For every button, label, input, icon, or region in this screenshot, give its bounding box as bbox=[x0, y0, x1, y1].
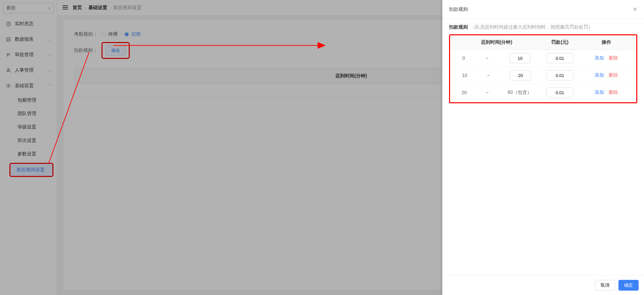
from-value: 20 bbox=[461, 90, 467, 95]
drawer-body: 扣款规则 （队员迟到时间超过最大迟到时间时，按照最高罚款处罚） 迟到时间(分钟)… bbox=[442, 19, 644, 275]
to-static: 60（包含） bbox=[508, 89, 532, 96]
tilde: ~ bbox=[487, 73, 490, 78]
col-operation: 操作 bbox=[577, 35, 636, 50]
rules-table: 迟到时间(分钟) 罚款(元) 操作 0 ~ bbox=[450, 35, 636, 101]
rules-table-highlight: 迟到时间(分钟) 罚款(元) 操作 0 ~ bbox=[449, 34, 637, 103]
deduct-rules-drawer: 扣款规则 ✕ 扣款规则 （队员迟到时间超过最大迟到时间时，按照最高罚款处罚） 迟… bbox=[442, 0, 644, 295]
rule-desc-note: （队员迟到时间超过最大迟到时间时，按照最高罚款处罚） bbox=[471, 24, 593, 30]
delete-link[interactable]: 删除 bbox=[609, 72, 618, 78]
fine-input[interactable] bbox=[547, 87, 573, 98]
add-link[interactable]: 添加 bbox=[595, 55, 604, 61]
to-input[interactable] bbox=[510, 70, 531, 80]
close-icon[interactable]: ✕ bbox=[633, 6, 637, 12]
from-value: 0 bbox=[462, 56, 465, 61]
add-link[interactable]: 添加 bbox=[595, 89, 604, 95]
from-value: 10 bbox=[462, 73, 468, 78]
to-input[interactable] bbox=[509, 53, 531, 63]
table-row: 10 ~ 添加 删除 bbox=[450, 67, 636, 84]
table-row: 20 ~ 60（包含） 添加 删除 bbox=[450, 84, 636, 101]
fine-input[interactable] bbox=[547, 70, 573, 80]
table-row: 0 ~ 添加 删除 bbox=[450, 50, 636, 67]
delete-link[interactable]: 删除 bbox=[609, 55, 618, 61]
drawer-header: 扣款规则 ✕ bbox=[442, 0, 644, 19]
confirm-button[interactable]: 确定 bbox=[618, 280, 639, 291]
delete-link[interactable]: 删除 bbox=[609, 89, 618, 95]
fine-input[interactable] bbox=[547, 53, 573, 63]
cancel-button[interactable]: 取消 bbox=[595, 280, 615, 291]
drawer-footer: 取消 确定 bbox=[442, 275, 644, 295]
rule-desc-label: 扣款规则 bbox=[449, 24, 468, 30]
col-late-time: 迟到时间(分钟) bbox=[450, 35, 543, 50]
add-link[interactable]: 添加 bbox=[595, 72, 604, 78]
tilde: ~ bbox=[486, 90, 488, 95]
rule-description-row: 扣款规则 （队员迟到时间超过最大迟到时间时，按照最高罚款处罚） bbox=[449, 24, 637, 30]
col-fine: 罚款(元) bbox=[543, 35, 577, 50]
tilde: ~ bbox=[486, 56, 488, 61]
drawer-title: 扣款规则 bbox=[449, 6, 468, 12]
